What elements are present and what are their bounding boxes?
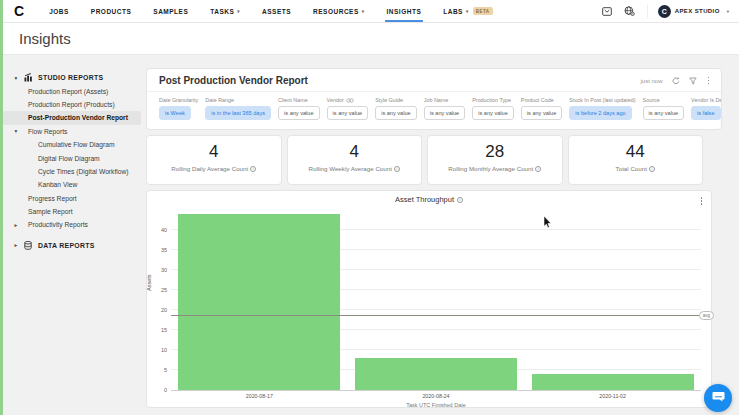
- sidebar-item-production-report-assets[interactable]: Production Report (Assets): [3, 84, 144, 97]
- info-icon[interactable]: i: [649, 166, 655, 172]
- y-tick-label: 10: [151, 347, 167, 353]
- report-more-menu-icon[interactable]: [706, 76, 712, 86]
- y-tick-label: 15: [151, 327, 167, 333]
- y-tick-label: 25: [151, 287, 167, 293]
- sidebar-item-productivity-reports[interactable]: ▸ Productivity Reports: [3, 218, 144, 231]
- nav-item-labs[interactable]: LABS ▾ BETA: [432, 0, 503, 22]
- y-tick-label: 0: [151, 387, 167, 393]
- filter-value-pill[interactable]: is any value: [327, 106, 369, 120]
- kpi-label: Total Count i: [569, 165, 703, 172]
- bar-2020-08-17[interactable]: [178, 214, 340, 390]
- sidebar-item-studio-reports[interactable]: ▾ STUDIO REPORTS: [3, 71, 144, 84]
- main-menu: JOBS PRODUCTS SAMPLES TASKS ▾ ASSETS RES…: [38, 0, 504, 22]
- main-content: Post Production Vendor Report just now D…: [146, 68, 722, 408]
- average-reference-label: avg: [699, 311, 714, 320]
- nav-item-jobs[interactable]: JOBS: [38, 0, 80, 22]
- filter-label: Date Range: [205, 97, 271, 103]
- filter-stuck-in-post-last-updated: Stuck In Post (last updated) is before 2…: [569, 97, 635, 120]
- filter-value-pill[interactable]: is in the last 365 days: [205, 106, 271, 120]
- chat-launcher-button[interactable]: [704, 384, 732, 412]
- sidebar-item-kanban-view[interactable]: Kanban View: [3, 178, 144, 191]
- page-header: Insights: [0, 23, 739, 55]
- chart-more-menu-icon[interactable]: [699, 196, 705, 206]
- report-title: Post Production Vendor Report: [159, 75, 308, 86]
- y-tick-label: 5: [151, 367, 167, 373]
- filter-bar: Date Granularity is Week Date Range is i…: [147, 92, 721, 120]
- sidebar-item-flow-reports[interactable]: ▾ Flow Reports: [3, 125, 144, 138]
- account-menu[interactable]: C APEX STUDIO ▾: [647, 5, 729, 18]
- nav-item-insights[interactable]: INSIGHTS: [376, 0, 433, 22]
- filter-value-pill[interactable]: is any value: [643, 106, 685, 120]
- kpi-label: Rolling Monthly Average Count i: [428, 165, 562, 172]
- avatar: C: [658, 5, 671, 18]
- filter-funnel-icon[interactable]: [689, 77, 697, 85]
- bar-chart-icon: [24, 73, 33, 82]
- nav-item-tasks[interactable]: TASKS ▾: [199, 0, 251, 22]
- caret-right-icon[interactable]: ▸: [12, 222, 20, 228]
- globe-gear-icon[interactable]: [624, 6, 635, 16]
- info-icon[interactable]: i: [535, 166, 541, 172]
- info-icon[interactable]: i: [394, 166, 400, 172]
- reports-sidebar: ▾ STUDIO REPORTS Production Report (Asse…: [3, 71, 144, 252]
- linked-filter-icon: [346, 98, 354, 103]
- filter-value-pill[interactable]: is any value: [472, 106, 514, 120]
- y-tick-label: 30: [151, 267, 167, 273]
- kpi-rolling-daily-average-count: 4 Rolling Daily Average Count i: [146, 135, 282, 185]
- account-name: APEX STUDIO: [675, 8, 720, 14]
- caret-right-icon[interactable]: ▸: [12, 242, 20, 248]
- sidebar-item-post-production-vendor-report[interactable]: Post-Production Vendor Report: [3, 111, 141, 124]
- filter-value-pill[interactable]: is before 2 days ago: [569, 106, 631, 120]
- y-tick-label: 20: [151, 307, 167, 313]
- filter-label: Job Name: [424, 97, 466, 103]
- chat-bubble-icon: [712, 389, 725, 407]
- nav-item-resources[interactable]: RESOURCES ▾: [302, 0, 375, 22]
- refresh-icon[interactable]: [672, 77, 680, 85]
- inbox-icon[interactable]: [602, 7, 612, 16]
- filter-source: Source is any value: [643, 97, 685, 120]
- filter-value-pill[interactable]: is false: [691, 106, 720, 120]
- filter-value-pill[interactable]: is Week: [159, 106, 191, 120]
- filter-vendor-is-deleted: Vendor Is Deleted is false: [691, 97, 722, 120]
- info-icon[interactable]: i: [250, 166, 256, 172]
- caret-down-icon[interactable]: ▾: [12, 128, 20, 134]
- chevron-down-icon: ▾: [727, 9, 729, 14]
- filter-date-granularity: Date Granularity is Week: [159, 97, 198, 120]
- sidebar-item-digital-flow-diagram[interactable]: Digital Flow Diagram: [3, 151, 144, 164]
- sidebar-item-sample-report[interactable]: Sample Report: [3, 205, 144, 218]
- filter-value-pill[interactable]: is any value: [375, 106, 417, 120]
- filter-label: Vendor: [327, 97, 369, 103]
- x-tick-label: 2020-08-24: [348, 393, 525, 399]
- filter-value-pill[interactable]: is any value: [278, 106, 320, 120]
- bar-2020-11-02[interactable]: [532, 374, 694, 390]
- sidebar-item-progress-report[interactable]: Progress Report: [3, 192, 144, 205]
- filter-vendor: Vendor is any value: [327, 97, 369, 120]
- nav-item-samples[interactable]: SAMPLES: [142, 0, 199, 22]
- kpi-rolling-weekly-average-count: 4 Rolling Weekly Average Count i: [287, 135, 423, 185]
- sidebar-item-cycle-times-digital-workflow[interactable]: Cycle Times (Digital Workflow): [3, 165, 144, 178]
- chevron-down-icon: ▾: [362, 9, 365, 14]
- x-tick-label: 2020-08-17: [171, 393, 348, 399]
- screen-share-edge: [0, 0, 3, 415]
- filter-production-type: Production Type is any value: [472, 97, 514, 120]
- filter-value-pill[interactable]: is any value: [424, 106, 466, 120]
- nav-item-assets[interactable]: ASSETS: [251, 0, 302, 22]
- bar-2020-08-24[interactable]: [355, 358, 517, 390]
- filter-label: Date Granularity: [159, 97, 198, 103]
- filter-label: Style Guide: [375, 97, 417, 103]
- caret-down-icon[interactable]: ▾: [12, 75, 20, 81]
- sidebar-item-production-report-products[interactable]: Production Report (Products): [3, 98, 144, 111]
- kpi-value: 44: [569, 142, 703, 162]
- info-icon[interactable]: i: [457, 197, 463, 203]
- nav-item-products[interactable]: PRODUCTS: [80, 0, 142, 22]
- filter-value-pill[interactable]: is any value: [521, 106, 563, 120]
- filter-label: Client Name: [278, 97, 320, 103]
- x-tick-label: 2020-11-02: [524, 393, 701, 399]
- beta-badge: BETA: [473, 7, 493, 15]
- report-filter-panel: Post Production Vendor Report just now D…: [146, 68, 722, 130]
- kpi-rolling-monthly-average-count: 28 Rolling Monthly Average Count i: [427, 135, 563, 185]
- sidebar-item-cumulative-flow-diagram[interactable]: Cumulative Flow Diagram: [3, 138, 144, 151]
- brand-logo[interactable]: C: [14, 3, 24, 19]
- report-controls: just now: [640, 76, 711, 86]
- last-updated-label: just now: [640, 78, 662, 84]
- sidebar-item-data-reports[interactable]: ▸ DATA REPORTS: [3, 239, 144, 252]
